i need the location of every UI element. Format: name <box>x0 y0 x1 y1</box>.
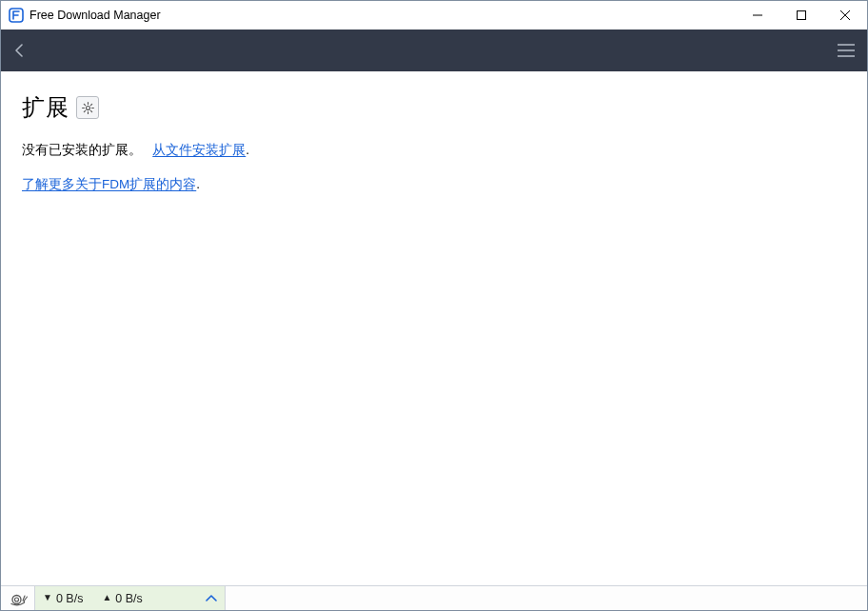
svg-point-3 <box>12 595 21 603</box>
speed-indicator[interactable]: ▼ 0 B/s ▲ 0 B/s <box>35 586 226 610</box>
page-heading-row: 扩展 <box>22 92 846 123</box>
close-button[interactable] <box>823 1 867 30</box>
download-speed-value: 0 B/s <box>56 592 84 605</box>
content-area: 扩展 没有已安装的扩展。 从文件安装扩展. 了解更多关于FDM扩展的内容. <box>1 71 867 585</box>
install-from-file-link[interactable]: 从文件安装扩展 <box>152 143 246 157</box>
empty-state-line: 没有已安装的扩展。 从文件安装扩展. <box>22 142 846 159</box>
empty-state-text: 没有已安装的扩展。 <box>22 143 142 157</box>
minimize-button[interactable] <box>736 1 779 30</box>
learn-more-line: 了解更多关于FDM扩展的内容. <box>22 176 846 193</box>
svg-point-2 <box>86 106 89 109</box>
maximize-button[interactable] <box>779 1 823 30</box>
snail-icon <box>9 591 28 606</box>
window-title: Free Download Manager <box>30 9 161 22</box>
gear-icon <box>81 101 95 115</box>
download-speed: ▼ 0 B/s <box>43 592 83 605</box>
status-bar: ▼ 0 B/s ▲ 0 B/s <box>1 585 867 610</box>
titlebar: Free Download Manager <box>1 1 867 30</box>
page-title: 扩展 <box>22 92 69 123</box>
app-logo-icon <box>9 8 24 23</box>
learn-more-link[interactable]: 了解更多关于FDM扩展的内容 <box>22 177 196 191</box>
extensions-settings-button[interactable] <box>76 96 99 119</box>
download-arrow-icon: ▼ <box>43 592 52 602</box>
toolbar <box>1 30 867 71</box>
speed-expand-button[interactable] <box>202 586 221 610</box>
hamburger-menu-button[interactable] <box>825 30 867 71</box>
svg-rect-1 <box>798 11 806 20</box>
svg-point-4 <box>14 598 18 601</box>
back-button[interactable] <box>1 30 39 71</box>
snail-mode-button[interactable] <box>1 586 35 610</box>
app-window: Free Download Manager 扩展 <box>0 0 868 611</box>
upload-speed: ▲ 0 B/s <box>102 592 142 605</box>
upload-arrow-icon: ▲ <box>102 592 111 602</box>
upload-speed-value: 0 B/s <box>115 592 143 605</box>
